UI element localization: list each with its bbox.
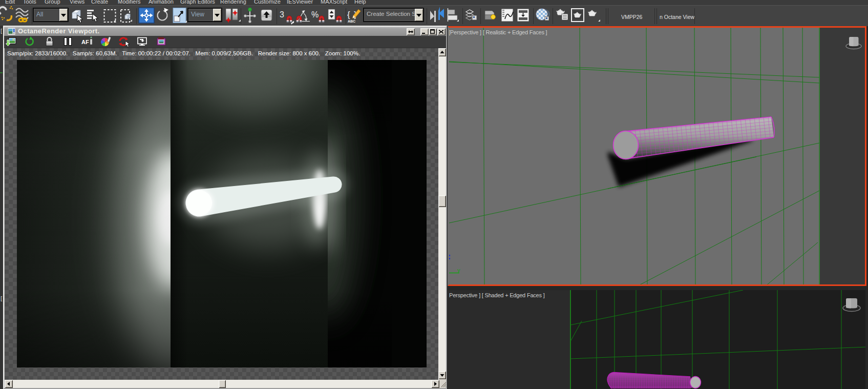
svg-text:ABC: ABC — [348, 19, 355, 23]
svg-text:%: % — [311, 10, 319, 19]
svg-text:3: 3 — [280, 10, 284, 19]
svg-text:y: y — [457, 267, 460, 273]
svg-text:AF: AF — [81, 39, 89, 45]
svg-text:{: { — [347, 10, 350, 19]
